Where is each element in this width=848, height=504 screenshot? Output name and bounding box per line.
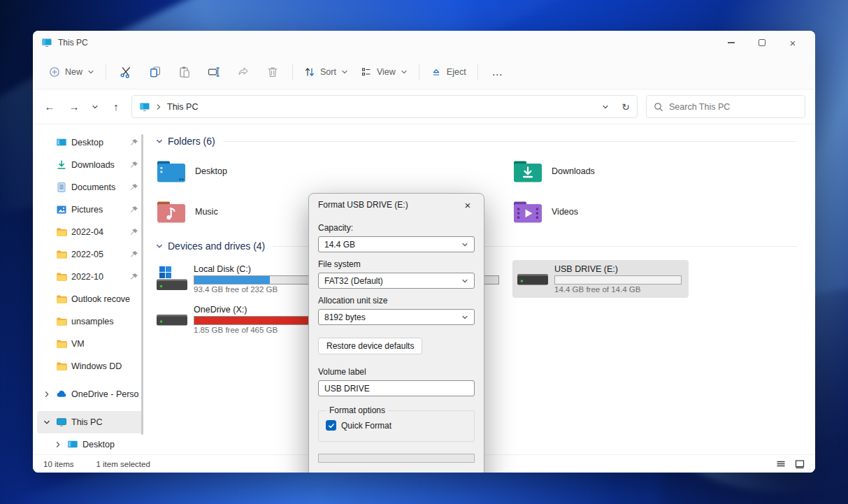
rename-icon — [208, 66, 220, 78]
sidebar-item-label: unsamples — [71, 317, 113, 326]
sidebar-item-desktop-tree[interactable]: Desktop — [48, 433, 143, 456]
close-button[interactable]: × — [777, 32, 808, 53]
quick-format-option[interactable]: Quick Format — [326, 420, 467, 431]
allocation-unit-label: Allocation unit size — [318, 296, 475, 305]
drive-name: Local Disk (C:) — [194, 264, 321, 274]
selected-count: 1 item selected — [96, 460, 150, 468]
devices-group-header[interactable]: Devices and drives (4) — [156, 240, 815, 252]
chevron-down-icon — [461, 241, 468, 248]
eject-button[interactable]: Eject — [424, 62, 473, 82]
large-icons-view-icon[interactable] — [795, 459, 805, 469]
share-button[interactable] — [229, 60, 258, 84]
sidebar-item-desktop[interactable]: Desktop — [37, 131, 143, 154]
file-system-select[interactable]: FAT32 (Default) — [318, 273, 475, 289]
title-bar[interactable]: This PC × — [33, 31, 815, 55]
dialog-close-icon[interactable]: × — [457, 196, 478, 214]
sidebar-item-label: 2022-04 — [71, 227, 103, 237]
cut-button[interactable] — [111, 60, 141, 84]
sidebar-item-label: 2022-05 — [71, 250, 103, 259]
address-dropdown-chevron-icon[interactable] — [602, 103, 609, 110]
forward-button[interactable]: → — [67, 101, 81, 113]
sidebar-item-folder[interactable]: Windows DD — [37, 355, 143, 377]
sidebar-item-label: 2022-10 — [71, 272, 103, 282]
chevron-down-icon[interactable] — [156, 243, 163, 250]
desktop-icon — [56, 137, 67, 148]
search-input[interactable] — [669, 102, 798, 112]
capacity-bar-fill — [194, 276, 270, 284]
volume-label-input[interactable] — [318, 380, 475, 396]
folder-tile-label: Videos — [552, 207, 578, 217]
see-more-button[interactable]: … — [483, 60, 512, 84]
sidebar-item-downloads[interactable]: Downloads — [37, 154, 143, 176]
format-dialog-titlebar[interactable]: Format USB DRIVE (E:) × — [309, 194, 484, 216]
refresh-button[interactable]: ↻ — [621, 101, 630, 113]
capacity-label: Capacity: — [318, 223, 475, 233]
command-bar: New Sort — [33, 55, 815, 89]
explorer-body: Desktop Downloads Documents — [33, 124, 815, 454]
sidebar-item-label: Pictures — [71, 205, 103, 215]
drive-tile-usb-drive-e[interactable]: USB DRIVE (E:) 14.4 GB free of 14.4 GB — [512, 260, 689, 298]
sidebar-item-folder[interactable]: Outlook recove — [37, 288, 143, 310]
allocation-unit-select[interactable]: 8192 bytes — [318, 309, 475, 325]
chevron-down-icon[interactable] — [156, 138, 163, 145]
sidebar-item-folder[interactable]: unsamples — [37, 310, 143, 333]
sidebar-item-this-pc[interactable]: This PC — [37, 411, 143, 433]
maximize-button[interactable] — [747, 32, 777, 53]
capacity-select[interactable]: 14.4 GB — [318, 236, 475, 252]
quick-format-checkbox[interactable] — [326, 420, 336, 431]
chevron-right-icon[interactable] — [55, 441, 62, 448]
sidebar-item-documents[interactable]: Documents — [37, 176, 143, 199]
navigation-bar: ← → ↑ This PC ↻ — [33, 89, 815, 124]
chevron-right-icon[interactable] — [43, 391, 50, 398]
folder-tile-videos[interactable]: Videos — [512, 196, 722, 228]
sidebar-scrollbar[interactable] — [141, 134, 143, 435]
allocation-unit-value: 8192 bytes — [324, 312, 366, 322]
eject-icon — [431, 66, 442, 78]
group-rule — [223, 141, 797, 142]
rename-button[interactable] — [199, 60, 229, 84]
new-button[interactable]: New — [43, 62, 101, 82]
view-button[interactable]: View — [354, 62, 414, 82]
folder-tile-music[interactable]: Music — [156, 196, 334, 228]
sort-button[interactable]: Sort — [298, 62, 354, 82]
format-dialog-title: Format USB DRIVE (E:) — [318, 200, 408, 210]
recent-locations-chevron-icon[interactable] — [92, 103, 99, 110]
search-box[interactable] — [646, 95, 805, 118]
breadcrumb[interactable]: This PC — [167, 102, 198, 112]
desktop: This PC × New — [0, 0, 848, 504]
chevron-right-icon[interactable] — [155, 103, 162, 110]
address-bar[interactable]: This PC ↻ — [131, 95, 638, 118]
up-button[interactable]: ↑ — [109, 101, 123, 113]
chevron-down-icon[interactable] — [43, 419, 50, 426]
drive-tile-local-disk-c[interactable]: Local Disk (C:) 93.4 GB free of 232 GB — [156, 260, 334, 298]
paste-button[interactable] — [170, 60, 199, 84]
copy-button[interactable] — [141, 60, 170, 84]
sidebar-item-onedrive[interactable]: OneDrive - Perso — [37, 383, 143, 405]
file-system-value: FAT32 (Default) — [324, 276, 383, 286]
download-icon — [56, 159, 67, 171]
sidebar-item-folder[interactable]: VM — [37, 333, 143, 355]
downloads-folder-icon — [512, 158, 543, 185]
music-folder-icon — [156, 199, 187, 225]
restore-defaults-button[interactable]: Restore device defaults — [318, 338, 422, 354]
drive-tile-onedrive-x[interactable]: OneDrive (X:) 1.85 GB free of 465 GB — [156, 301, 334, 338]
sidebar-item-folder[interactable]: 2022-10 — [37, 266, 143, 288]
eject-button-label: Eject — [447, 67, 466, 77]
folder-tile-desktop[interactable]: Desktop — [156, 155, 334, 187]
sidebar-item-pictures[interactable]: Pictures — [37, 199, 143, 221]
sidebar-item-label: This PC — [71, 417, 102, 427]
sidebar-item-folder[interactable]: 2022-04 — [37, 221, 143, 243]
sidebar-item-folder[interactable]: 2022-05 — [37, 243, 143, 266]
details-view-icon[interactable] — [776, 459, 786, 469]
folders-group-header[interactable]: Folders (6) — [156, 136, 815, 147]
folder-tile-downloads[interactable]: Downloads — [512, 155, 722, 187]
volume-label: Volume label — [318, 367, 475, 377]
minimize-button[interactable] — [716, 32, 747, 53]
onedrive-icon — [56, 389, 67, 400]
paste-icon — [178, 66, 191, 78]
document-icon — [56, 182, 67, 193]
desktop-folder-icon — [156, 158, 187, 185]
delete-button[interactable] — [258, 60, 287, 84]
back-button[interactable]: ← — [43, 101, 57, 113]
sidebar-item-label: Documents — [71, 182, 115, 192]
